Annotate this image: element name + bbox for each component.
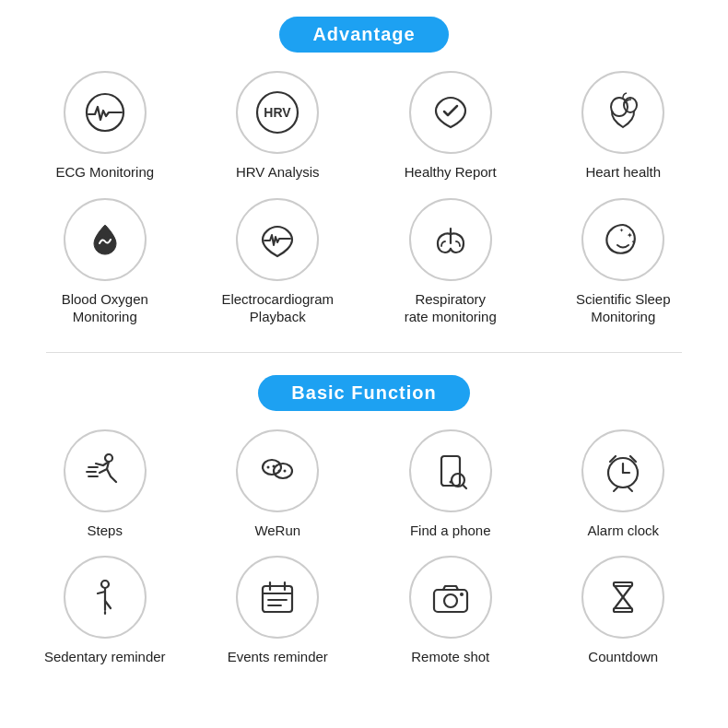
advantage-badge: Advantage — [279, 17, 448, 53]
icon-heart-health-circle — [581, 71, 664, 154]
icon-hrv-circle: HRV — [236, 71, 319, 154]
icon-blood-oxygen-circle — [64, 198, 147, 281]
alarm-icon — [599, 447, 647, 495]
item-blood-oxygen: Blood OxygenMonitoring — [27, 198, 183, 326]
svg-point-31 — [460, 593, 464, 596]
svg-point-30 — [444, 594, 457, 607]
icon-find-phone-circle — [409, 429, 492, 512]
icon-sleep-circle: ✦ ✦ ✦ — [581, 198, 664, 281]
svg-rect-23 — [263, 586, 292, 612]
steps-icon — [81, 447, 129, 495]
svg-rect-32 — [614, 582, 632, 586]
icon-electrocardiogram-circle — [236, 198, 319, 281]
item-steps: Steps — [27, 429, 183, 540]
countdown-icon — [599, 573, 647, 621]
icon-remote-shot-circle — [409, 556, 492, 639]
svg-line-18 — [463, 485, 466, 488]
label-sleep: Scientific SleepMonitoring — [576, 290, 671, 326]
svg-text:✦: ✦ — [631, 239, 635, 244]
icon-sedentary-circle — [64, 556, 147, 639]
label-healthy-report: Healthy Report — [405, 163, 497, 182]
icon-respiratory-circle — [409, 198, 492, 281]
advantage-header: Advantage — [18, 17, 710, 53]
label-countdown: Countdown — [588, 648, 658, 666]
svg-point-14 — [278, 469, 281, 472]
label-blood-oxygen: Blood OxygenMonitoring — [62, 290, 148, 326]
svg-point-10 — [263, 460, 281, 475]
item-remote-shot: Remote shot — [372, 556, 529, 666]
svg-rect-33 — [614, 608, 632, 612]
label-sedentary: Sedentary reminder — [44, 648, 166, 666]
item-healthy-report: Healthy Report — [372, 71, 529, 182]
sleep-icon: ✦ ✦ ✦ — [599, 216, 647, 264]
svg-point-11 — [274, 464, 292, 478]
healthy-report-icon — [427, 88, 475, 136]
icon-alarm-circle — [581, 429, 664, 512]
item-sedentary: Sedentary reminder — [27, 556, 183, 666]
hrv-icon: HRV — [253, 88, 301, 136]
item-hrv: HRV HRV Analysis — [199, 71, 356, 182]
label-steps: Steps — [88, 522, 123, 540]
icon-countdown-circle — [581, 556, 664, 639]
item-alarm: Alarm clock — [545, 429, 701, 540]
icon-werun-circle — [236, 429, 319, 512]
label-respiratory: Respiratoryrate monitoring — [405, 290, 497, 326]
svg-point-15 — [284, 469, 287, 472]
item-heart-health: Heart health — [545, 71, 701, 182]
svg-point-19 — [449, 480, 452, 483]
svg-text:✦: ✦ — [619, 228, 624, 233]
events-icon — [253, 573, 301, 621]
label-alarm: Alarm clock — [587, 522, 659, 540]
respiratory-icon — [427, 216, 475, 264]
svg-text:HRV: HRV — [264, 105, 292, 120]
svg-point-13 — [273, 464, 276, 467]
werun-icon — [253, 447, 301, 495]
icon-healthy-report-circle — [409, 71, 492, 154]
item-sleep: ✦ ✦ ✦ Scientific SleepMonitoring — [545, 198, 701, 326]
icon-events-circle — [236, 556, 319, 639]
label-remote-shot: Remote shot — [411, 648, 489, 666]
label-events: Events reminder — [228, 648, 328, 666]
svg-point-9 — [105, 454, 112, 462]
item-werun: WeRun — [199, 429, 356, 540]
sedentary-icon — [81, 573, 129, 621]
item-events: Events reminder — [199, 556, 356, 666]
icon-ecg-circle — [64, 71, 147, 154]
label-electrocardiogram: ElectrocardiogramPlayback — [221, 290, 334, 326]
label-find-phone: Find a phone — [410, 522, 491, 540]
ecg-icon — [81, 88, 129, 136]
electrocardiogram-icon — [253, 216, 301, 264]
icon-steps-circle — [64, 429, 147, 512]
advantage-grid: ECG Monitoring HRV HRV Analysis Healthy … — [18, 71, 710, 343]
label-ecg: ECG Monitoring — [55, 163, 154, 182]
svg-point-21 — [101, 581, 109, 588]
basic-badge: Basic Function — [258, 375, 469, 411]
label-hrv: HRV Analysis — [236, 163, 320, 182]
item-ecg: ECG Monitoring — [27, 71, 183, 182]
blood-oxygen-icon — [81, 216, 129, 264]
page: Advantage ECG Monitoring HRV HRV Analysi… — [0, 0, 728, 710]
section-divider — [46, 352, 682, 353]
label-werun: WeRun — [254, 522, 300, 540]
item-find-phone: Find a phone — [372, 429, 529, 540]
item-countdown: Countdown — [545, 556, 701, 666]
heart-health-icon — [599, 88, 647, 136]
basic-header: Basic Function — [18, 375, 710, 411]
basic-grid: Steps WeRun — [18, 429, 710, 683]
item-respiratory: Respiratoryrate monitoring — [372, 198, 529, 326]
remote-shot-icon — [427, 573, 475, 621]
label-heart-health: Heart health — [585, 163, 661, 182]
find-phone-icon — [427, 447, 475, 495]
svg-point-12 — [267, 465, 270, 468]
item-electrocardiogram: ElectrocardiogramPlayback — [199, 198, 356, 326]
